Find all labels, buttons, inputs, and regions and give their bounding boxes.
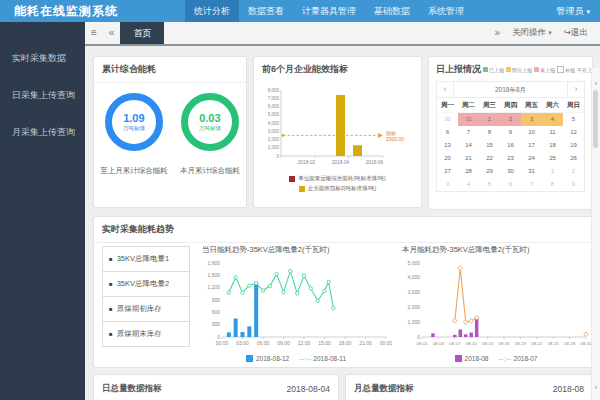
calendar-day[interactable]: 8 [479, 126, 500, 139]
calendar-day[interactable]: 4 [542, 113, 563, 126]
calendar-day[interactable]: 13 [437, 139, 458, 152]
scrollbar-thumb[interactable] [593, 90, 598, 148]
user-menu[interactable]: 管理员▾ [556, 0, 590, 23]
calendar-day[interactable]: 30 [437, 113, 458, 126]
daily-chart-legend: 2018-08-12─○─2018-08-11 [196, 355, 396, 362]
svg-text:2,000: 2,000 [267, 137, 279, 142]
meter-item-2[interactable]: ■原煤期初库存 [102, 296, 190, 322]
calendar-day[interactable]: 31 [521, 165, 542, 178]
page-scrollbar[interactable]: ∧ ∨ [591, 68, 600, 400]
daily-trend-plot: 03006009001,2001,5001,80000:0003:0006:00… [196, 255, 392, 351]
svg-text:08-13: 08-13 [482, 341, 494, 346]
calendar-day[interactable]: 22 [479, 152, 500, 165]
calendar-day[interactable]: 3 [437, 178, 458, 191]
legend-marker: ─○─ [299, 356, 311, 362]
calendar-day[interactable]: 8 [542, 178, 563, 191]
topnav-item-4[interactable]: 系统管理 [419, 0, 473, 22]
calendar-day[interactable]: 23 [500, 152, 521, 165]
calendar-next-icon[interactable]: › [568, 82, 584, 97]
calendar-day[interactable]: 5 [563, 113, 584, 126]
calendar-day[interactable]: 9 [500, 126, 521, 139]
calendar-day[interactable]: 2 [563, 165, 584, 178]
svg-text:09:00: 09:00 [277, 340, 290, 346]
calendar-day[interactable]: 6 [437, 126, 458, 139]
main-area: ≡ « 首页 » 关闭操作 ▾ ↪退出 累计综合能耗 1.09 万吨标煤 至上月… [85, 22, 600, 400]
app-header: 能耗在线监测系统 统计分析数据查看计量器具管理基础数据系统管理 管理员▾ [0, 0, 600, 22]
calendar-day[interactable]: 31 [458, 113, 479, 126]
calendar-day[interactable]: 16 [500, 139, 521, 152]
calendar-day[interactable]: 30 [500, 165, 521, 178]
calendar-day[interactable]: 26 [563, 152, 584, 165]
meter-item-1[interactable]: ■35KV总降电量2 [102, 271, 190, 297]
topnav-item-0[interactable]: 统计分析 [185, 0, 239, 22]
svg-text:00:00: 00:00 [216, 340, 229, 346]
calendar-day[interactable]: 25 [542, 152, 563, 165]
panel-header[interactable]: 月总量数据指标 2018-08 [346, 375, 592, 400]
meter-item-3[interactable]: ■原煤期末库存 [102, 321, 190, 347]
scroll-up-icon[interactable]: ∧ [592, 80, 600, 86]
calendar-day[interactable]: 21 [458, 152, 479, 165]
exit-button[interactable]: ↪退出 [558, 27, 594, 39]
user-menu-label: 管理员 [556, 6, 583, 16]
chart-legend-item[interactable]: 企业能效指标2(吨标准煤/吨) [254, 185, 421, 192]
calendar-day[interactable]: 5 [479, 178, 500, 191]
svg-text:2,000: 2,000 [407, 304, 420, 310]
calendar-day-header: 周六 [542, 98, 563, 113]
tabs-scroll-right-icon[interactable]: » [488, 22, 506, 44]
tabs-scroll-left-icon[interactable]: « [103, 22, 121, 44]
calendar-day[interactable]: 18 [542, 139, 563, 152]
calendar-day[interactable]: 1 [479, 113, 500, 126]
calendar-day[interactable]: 7 [458, 126, 479, 139]
card-realtime-trend: 实时采集能耗趋势 ■35KV总降电量1■35KV总降电量2■原煤期初库存■原煤期… [93, 216, 593, 368]
chevron-down-icon: ▾ [548, 29, 552, 36]
tab-home[interactable]: 首页 [120, 22, 164, 44]
chart-legend-item[interactable]: 2018-08 [455, 355, 489, 362]
calendar-day[interactable]: 20 [437, 152, 458, 165]
chart-legend-item[interactable]: ─○─2018-08-11 [299, 355, 346, 362]
calendar-prev-icon[interactable]: ‹ [437, 82, 453, 97]
calendar-day[interactable]: 17 [521, 139, 542, 152]
calendar-day[interactable]: 2 [500, 113, 521, 126]
calendar-day[interactable]: 6 [500, 178, 521, 191]
calendar-day[interactable]: 19 [563, 139, 584, 152]
chart-legend-item[interactable]: 2018-08-12 [246, 355, 289, 362]
svg-text:08-04: 08-04 [433, 341, 445, 346]
chart-title: 本月能耗趋势-35KV总降电量2(千瓦时) [402, 245, 593, 255]
menu-toggle-icon[interactable]: ≡ [85, 22, 103, 44]
calendar-day[interactable]: 11 [542, 126, 563, 139]
calendar-day[interactable]: 4 [458, 178, 479, 191]
calendar-day[interactable]: 7 [521, 178, 542, 191]
topnav-item-1[interactable]: 数据查看 [239, 0, 293, 22]
card-daily-report-status: 日上报情况 已上报部分上报未上报补报不在上报期间 ‹ 2018年8月 › 周一周… [428, 56, 593, 210]
calendar-day[interactable]: 1 [542, 165, 563, 178]
panel-header[interactable]: 日总量数据指标 2018-08-04 [94, 375, 338, 400]
calendar-day[interactable]: 12 [563, 126, 584, 139]
svg-text:18:00: 18:00 [339, 340, 352, 346]
calendar-day[interactable]: 28 [458, 165, 479, 178]
report-card-header: 日上报情况 已上报部分上报未上报补报不在上报期间 [429, 57, 592, 80]
meter-item-0[interactable]: ■35KV总降电量1 [102, 246, 190, 272]
calendar-day[interactable]: 9 [563, 178, 584, 191]
scroll-down-icon[interactable]: ∨ [592, 384, 600, 390]
calendar-day[interactable]: 29 [479, 165, 500, 178]
status-swatch [506, 67, 511, 72]
close-operations-menu[interactable]: 关闭操作 ▾ [506, 27, 558, 39]
sidebar-item-1[interactable]: 日采集上传查询 [0, 79, 85, 112]
calendar-day[interactable]: 10 [521, 126, 542, 139]
chevron-down-icon: ▾ [586, 8, 590, 15]
topnav-item-3[interactable]: 基础数据 [365, 0, 419, 22]
monthly-chart-legend: 2018-08─◇─2018-07 [396, 355, 593, 362]
report-legend-item: 已上报 [483, 67, 504, 73]
svg-text:08-10: 08-10 [466, 341, 478, 346]
sidebar-item-2[interactable]: 月采集上传查询 [0, 116, 85, 149]
sidebar-item-0[interactable]: 实时采集数据 [0, 42, 85, 75]
chart-legend-item[interactable]: 单位能量运输综合能耗(吨标准煤/吨) [254, 175, 421, 182]
calendar-day[interactable]: 3 [521, 113, 542, 126]
calendar-day[interactable]: 15 [479, 139, 500, 152]
topnav-item-2[interactable]: 计量器具管理 [293, 0, 365, 22]
chart-legend-item[interactable]: ─◇─2018-07 [498, 355, 537, 362]
calendar-day[interactable]: 24 [521, 152, 542, 165]
calendar-day[interactable]: 27 [437, 165, 458, 178]
calendar-day[interactable]: 14 [458, 139, 479, 152]
svg-text:5,000: 5,000 [407, 260, 420, 266]
